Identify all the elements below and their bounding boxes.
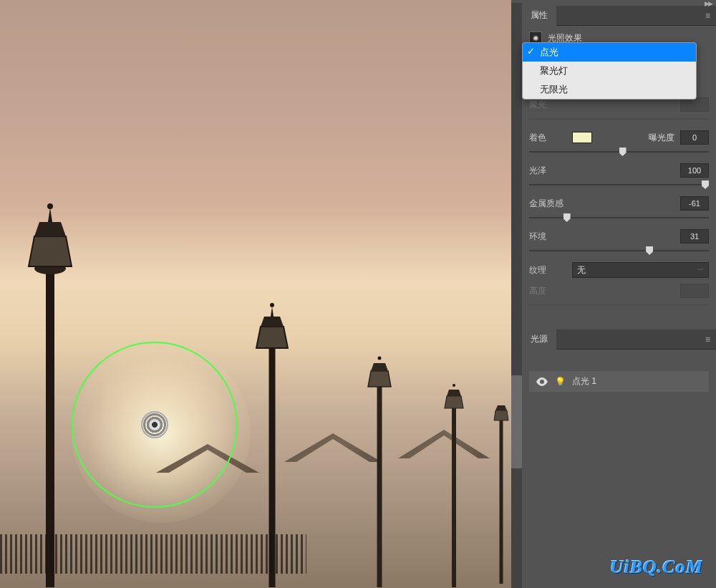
height-value	[680, 284, 709, 298]
light-type-dropdown[interactable]: 点光 聚光灯 无限光	[522, 42, 697, 100]
light-glow	[72, 344, 251, 523]
texture-value: 无	[577, 264, 586, 276]
ambience-value[interactable]: 31	[680, 229, 709, 244]
spotlight-label: 聚光	[529, 99, 566, 111]
dropdown-option-point[interactable]: 点光	[523, 43, 696, 62]
properties-panel: ▶▶ 属性 ≡ ✺ 光照效果 点光 聚光灯 无限光 聚光 着色 曝光度 0 光泽…	[522, 0, 716, 588]
gloss-label: 光泽	[529, 165, 566, 177]
gloss-slider-thumb[interactable]	[702, 180, 709, 189]
metallic-slider[interactable]	[529, 213, 709, 222]
height-label: 高度	[529, 285, 566, 297]
properties-tab-bar: 属性 ≡	[522, 6, 716, 26]
colorize-swatch[interactable]	[572, 132, 592, 143]
lamp-post	[358, 351, 401, 587]
exposure-label: 曝光度	[649, 132, 674, 144]
exposure-value[interactable]: 0	[680, 130, 709, 145]
metallic-slider-thumb[interactable]	[563, 213, 571, 222]
ambience-label: 环境	[529, 231, 566, 243]
ambience-slider[interactable]	[529, 246, 709, 255]
metallic-value[interactable]: -61	[680, 196, 709, 211]
gloss-row: 光泽 100	[522, 160, 716, 180]
light-list-item[interactable]: 💡 点光 1	[529, 371, 709, 392]
texture-select[interactable]: 无 ﹀	[572, 262, 709, 278]
svg-point-2	[270, 303, 274, 307]
ambience-slider-thumb[interactable]	[646, 246, 653, 255]
exposure-slider[interactable]	[529, 148, 709, 156]
railing	[0, 534, 306, 574]
viewport-scrollbar[interactable]	[511, 3, 522, 588]
light-item-name: 点光 1	[572, 375, 596, 387]
texture-label: 纹理	[529, 264, 566, 276]
light-gizmo-center[interactable]	[143, 413, 166, 436]
height-row: 高度	[522, 281, 716, 301]
lamp-post	[488, 397, 511, 584]
ambience-row: 环境 31	[522, 226, 716, 246]
panel-menu-icon[interactable]: ≡	[700, 11, 716, 21]
chevron-down-icon: ﹀	[697, 266, 704, 275]
panel-collapse-icon[interactable]: ▶▶	[705, 0, 712, 7]
height-slider	[529, 301, 709, 309]
spotlight-value	[680, 97, 709, 112]
metallic-label: 金属质感	[529, 198, 566, 210]
lamp-post	[437, 380, 471, 587]
exposure-slider-thumb[interactable]	[619, 148, 626, 156]
colorize-label: 着色	[529, 132, 566, 144]
panel-menu-icon[interactable]: ≡	[700, 334, 716, 344]
lamp-post	[11, 201, 90, 587]
svg-point-4	[453, 384, 455, 387]
light-bulb-icon: 💡	[555, 377, 565, 387]
svg-point-1	[47, 203, 53, 209]
texture-row: 纹理 无 ﹀	[522, 259, 716, 281]
watermark: UiBQ.CoM	[610, 556, 703, 578]
dropdown-option-infinite[interactable]: 无限光	[523, 80, 696, 99]
gloss-slider[interactable]	[529, 180, 709, 189]
svg-point-3	[378, 357, 382, 360]
spotlight-slider	[529, 115, 709, 123]
lights-tab-bar: 光源 ≡	[522, 329, 716, 350]
gloss-value[interactable]: 100	[680, 163, 709, 178]
dropdown-option-spot[interactable]: 聚光灯	[523, 62, 696, 80]
visibility-eye-icon[interactable]	[536, 376, 548, 387]
scrollbar-thumb[interactable]	[511, 375, 522, 468]
metallic-row: 金属质感 -61	[522, 193, 716, 213]
canvas-viewport[interactable]	[0, 0, 511, 588]
properties-tab[interactable]: 属性	[522, 5, 556, 26]
colorize-exposure-row: 着色 曝光度 0	[522, 127, 716, 148]
lights-panel: 光源 ≡ 💡 点光 1	[522, 329, 716, 392]
lights-tab[interactable]: 光源	[522, 329, 556, 350]
